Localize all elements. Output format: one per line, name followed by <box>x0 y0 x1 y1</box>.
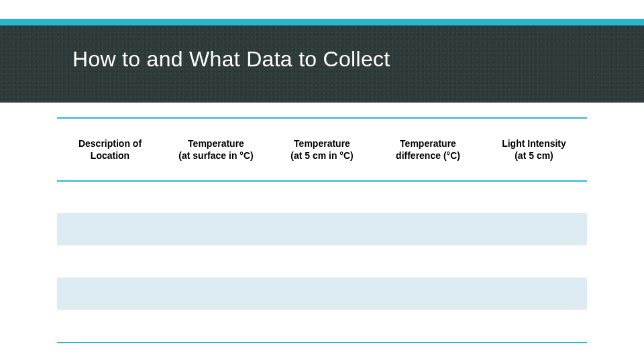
table-cell <box>57 213 163 245</box>
table-row <box>57 278 587 310</box>
table-cell <box>481 213 587 245</box>
table-cell <box>57 310 163 342</box>
table-header-row: Description of Location Temperature (at … <box>57 118 587 181</box>
table-cell <box>163 213 269 245</box>
table-row <box>57 213 587 245</box>
header-band: How to and What Data to Collect <box>0 19 644 103</box>
col-header-line1: Temperature <box>294 138 350 149</box>
table-cell <box>57 181 163 213</box>
table-cell <box>269 181 375 213</box>
data-table-wrap: Description of Location Temperature (at … <box>57 117 587 343</box>
col-header-line1: Temperature <box>400 138 456 149</box>
table-cell <box>269 278 375 310</box>
col-header-description: Description of Location <box>57 118 163 181</box>
col-header-line1: Temperature <box>188 138 244 149</box>
table-cell <box>269 213 375 245</box>
col-header-line2: (at surface in °C) <box>178 150 253 161</box>
col-header-temp-5cm: Temperature (at 5 cm in °C) <box>269 118 375 181</box>
col-header-temp-surface: Temperature (at surface in °C) <box>163 118 269 181</box>
accent-bar <box>0 19 644 25</box>
col-header-temp-diff: Temperature difference (°C) <box>375 118 481 181</box>
table-cell <box>375 245 481 278</box>
table-row <box>57 310 587 342</box>
table-cell <box>163 310 269 342</box>
table-cell <box>57 278 163 310</box>
table-cell <box>481 245 587 278</box>
table-cell <box>375 310 481 342</box>
table-cell <box>481 278 587 310</box>
table-cell <box>269 245 375 278</box>
table-cell <box>57 245 163 278</box>
col-header-line2: (at 5 cm in °C) <box>290 150 354 161</box>
table-cell <box>375 181 481 213</box>
table-cell <box>481 181 587 213</box>
table-cell <box>375 213 481 245</box>
table-cell <box>269 310 375 342</box>
col-header-line1: Light Intensity <box>502 138 566 149</box>
col-header-line1: Description of <box>78 138 142 149</box>
table-cell <box>481 310 587 342</box>
table-cell <box>163 278 269 310</box>
col-header-line2: Location <box>91 150 129 161</box>
col-header-line2: difference (°C) <box>396 150 460 161</box>
table-cell <box>375 278 481 310</box>
data-table: Description of Location Temperature (at … <box>57 117 587 342</box>
col-header-line2: (at 5 cm) <box>515 150 553 161</box>
table-cell <box>163 181 269 213</box>
page-title: How to and What Data to Collect <box>0 25 644 72</box>
table-row <box>57 181 587 213</box>
table-body <box>57 181 587 342</box>
table-bottom-rule <box>57 342 587 343</box>
table-cell <box>163 245 269 278</box>
col-header-light: Light Intensity (at 5 cm) <box>481 118 587 181</box>
table-row <box>57 245 587 278</box>
